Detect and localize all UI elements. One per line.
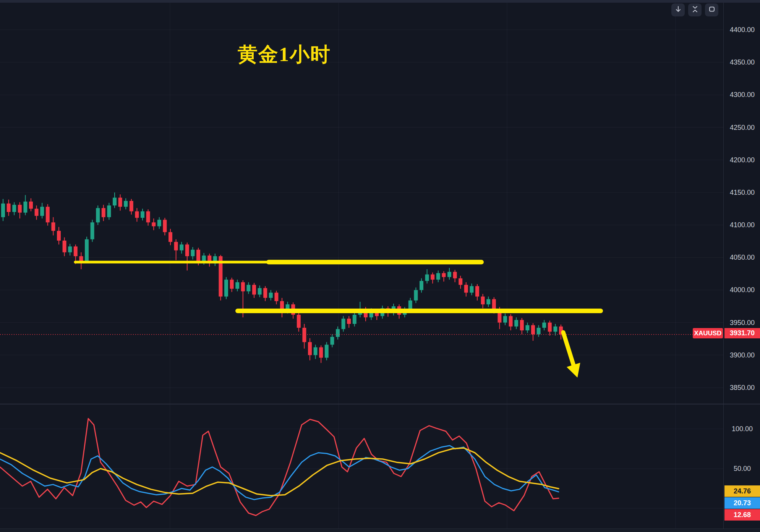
- candle-body: [135, 211, 139, 218]
- bottom-edge-strip: [0, 529, 760, 532]
- candle-body: [537, 328, 541, 334]
- candle-body: [475, 286, 479, 296]
- chevrons-collapse-icon: [692, 6, 698, 14]
- candle-body: [330, 337, 334, 344]
- chart-toolbar: [671, 3, 718, 16]
- candle-body: [191, 250, 194, 256]
- candle-body: [447, 272, 451, 277]
- candle-body: [258, 288, 262, 294]
- candle-body: [408, 301, 412, 310]
- collapse-pane-button[interactable]: [688, 3, 702, 16]
- candle-body: [531, 325, 535, 334]
- candle-body: [118, 198, 122, 207]
- candle-body: [18, 205, 22, 212]
- candle-body: [420, 281, 423, 290]
- price-axis-label: 4050.00: [724, 254, 760, 262]
- price-axis-label: 100.00: [724, 425, 760, 433]
- candle-body: [325, 345, 329, 358]
- kdj-j-value-badge: 12.68: [724, 509, 760, 521]
- candle-body: [29, 202, 33, 209]
- kdj-indicator[interactable]: [0, 419, 559, 516]
- candle-body: [470, 286, 473, 293]
- candle-body: [246, 285, 250, 291]
- candle-body: [130, 201, 133, 211]
- candle-body: [174, 242, 178, 250]
- price-axis-border: [723, 3, 724, 532]
- candle-body: [336, 329, 340, 337]
- price-axis-label: 4350.00: [724, 58, 760, 66]
- candle-body: [12, 205, 16, 212]
- candle-body: [314, 347, 318, 355]
- candle-body: [180, 244, 183, 250]
- frame-icon: [708, 6, 715, 14]
- candle-body: [91, 222, 94, 239]
- candle-body: [74, 246, 78, 256]
- candle-body: [464, 285, 468, 293]
- candle-body: [308, 342, 312, 355]
- candle-body: [235, 282, 239, 289]
- candle-body: [481, 296, 485, 304]
- candle-body: [274, 293, 278, 301]
- candle-body: [425, 275, 429, 281]
- candle-body: [185, 244, 189, 256]
- price-axis-label: 4150.00: [724, 188, 760, 196]
- candle-body: [241, 282, 245, 291]
- candle-body: [503, 316, 507, 323]
- candle-body: [68, 246, 72, 252]
- candle-body: [347, 319, 351, 324]
- price-axis-label: 3850.00: [724, 384, 760, 392]
- candle-body: [23, 202, 27, 213]
- candle-body: [252, 285, 256, 295]
- candle-body: [96, 208, 100, 222]
- price-axis-label: 50.00: [724, 465, 760, 473]
- price-axis-label: 3950.00: [724, 319, 760, 327]
- down-arrow[interactable]: [563, 332, 575, 371]
- candle-body: [85, 239, 89, 262]
- scroll-to-recent-button[interactable]: [671, 3, 685, 16]
- price-axis-label: 4100.00: [724, 221, 760, 229]
- kdj-k-value-badge: 20.73: [724, 497, 760, 509]
- price-axis-label: 3900.00: [724, 351, 760, 359]
- candle-body: [414, 290, 418, 300]
- candle-body: [7, 204, 11, 212]
- candle-body: [124, 201, 128, 207]
- chart-window: 黄金1小时 4400.004350.004300.004250.004200.0…: [0, 0, 760, 532]
- gridlines: [0, 3, 723, 529]
- candle-body: [63, 241, 66, 252]
- candle-body: [442, 273, 446, 277]
- candle-body: [353, 315, 357, 324]
- candle-body: [553, 327, 557, 332]
- candle-body: [46, 207, 50, 222]
- candle-body: [141, 211, 144, 218]
- candle-body: [542, 323, 546, 328]
- candle-body: [35, 209, 39, 216]
- candle-body: [230, 280, 234, 289]
- candle-body: [520, 320, 524, 330]
- candle-body: [1, 204, 5, 217]
- fullscreen-button[interactable]: [705, 3, 718, 16]
- price-axis-label: 4250.00: [724, 123, 760, 131]
- candle-body: [514, 320, 518, 327]
- candle-body: [459, 278, 462, 285]
- candle-body: [51, 222, 55, 231]
- candle-body: [297, 315, 301, 328]
- candle-body: [302, 328, 306, 342]
- price-axis-label: 4400.00: [724, 26, 760, 34]
- candle-body: [342, 319, 345, 329]
- candle-body: [57, 231, 61, 241]
- price-axis-label: 4000.00: [724, 286, 760, 294]
- candle-body: [113, 198, 117, 205]
- candle-body: [163, 220, 167, 232]
- kdj-line-j: [0, 419, 559, 516]
- candle-body: [152, 222, 156, 226]
- last-price-badge: 3931.70: [724, 328, 760, 338]
- candle-body: [263, 288, 267, 298]
- candlestick-series[interactable]: [1, 192, 563, 363]
- candle-body: [436, 273, 440, 280]
- candle-body: [196, 250, 200, 262]
- candle-body: [146, 211, 150, 222]
- chart-canvas[interactable]: [0, 0, 760, 532]
- candle-body: [431, 275, 434, 280]
- pane-divider[interactable]: [0, 404, 760, 404]
- price-axis-label: 4300.00: [724, 91, 760, 99]
